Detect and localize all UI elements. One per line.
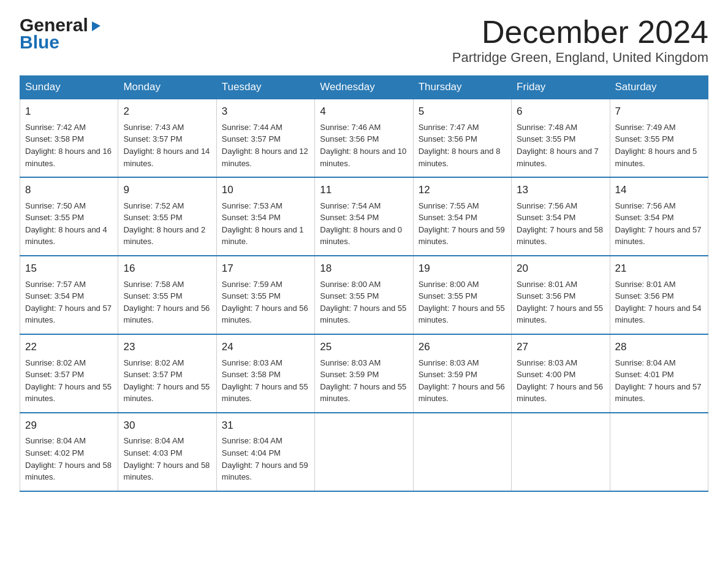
page-title: December 2024 bbox=[452, 15, 708, 50]
day-info: Sunrise: 8:04 AMSunset: 4:04 PMDaylight:… bbox=[222, 436, 308, 481]
day-info: Sunrise: 8:00 AMSunset: 3:55 PMDaylight:… bbox=[419, 280, 505, 325]
day-info: Sunrise: 7:48 AMSunset: 3:55 PMDaylight:… bbox=[517, 123, 599, 168]
title-area: December 2024 Partridge Green, England, … bbox=[452, 15, 708, 66]
calendar-header-row: SundayMondayTuesdayWednesdayThursdayFrid… bbox=[20, 76, 708, 99]
day-number: 8 bbox=[25, 183, 113, 198]
calendar-cell: 8 Sunrise: 7:50 AMSunset: 3:55 PMDayligh… bbox=[20, 177, 118, 256]
calendar-cell: 26 Sunrise: 8:03 AMSunset: 3:59 PMDaylig… bbox=[413, 334, 511, 413]
calendar-cell: 23 Sunrise: 8:02 AMSunset: 3:57 PMDaylig… bbox=[118, 334, 216, 413]
calendar-cell bbox=[512, 413, 610, 491]
day-info: Sunrise: 7:44 AMSunset: 3:57 PMDaylight:… bbox=[222, 123, 308, 168]
week-row-2: 8 Sunrise: 7:50 AMSunset: 3:55 PMDayligh… bbox=[20, 177, 708, 256]
calendar-cell: 6 Sunrise: 7:48 AMSunset: 3:55 PMDayligh… bbox=[512, 99, 610, 177]
calendar-cell: 19 Sunrise: 8:00 AMSunset: 3:55 PMDaylig… bbox=[413, 256, 511, 334]
day-info: Sunrise: 8:00 AMSunset: 3:55 PMDaylight:… bbox=[320, 280, 406, 325]
day-info: Sunrise: 7:53 AMSunset: 3:54 PMDaylight:… bbox=[222, 201, 304, 247]
day-info: Sunrise: 7:43 AMSunset: 3:57 PMDaylight:… bbox=[123, 123, 210, 168]
calendar-header-tuesday: Tuesday bbox=[216, 76, 314, 99]
day-number: 7 bbox=[615, 104, 703, 120]
header: General Blue December 2024 Partridge Gre… bbox=[20, 15, 708, 66]
day-info: Sunrise: 8:03 AMSunset: 3:58 PMDaylight:… bbox=[222, 358, 308, 404]
day-number: 12 bbox=[419, 183, 506, 198]
day-info: Sunrise: 7:47 AMSunset: 3:56 PMDaylight:… bbox=[419, 123, 501, 168]
day-info: Sunrise: 8:03 AMSunset: 3:59 PMDaylight:… bbox=[320, 358, 406, 404]
calendar-cell: 4 Sunrise: 7:46 AMSunset: 3:56 PMDayligh… bbox=[315, 99, 413, 177]
day-number: 23 bbox=[123, 340, 211, 355]
week-row-3: 15 Sunrise: 7:57 AMSunset: 3:54 PMDaylig… bbox=[20, 256, 708, 334]
svg-marker-0 bbox=[92, 21, 100, 31]
week-row-1: 1 Sunrise: 7:42 AMSunset: 3:58 PMDayligh… bbox=[20, 99, 708, 177]
day-info: Sunrise: 7:56 AMSunset: 3:54 PMDaylight:… bbox=[517, 201, 603, 247]
day-number: 1 bbox=[25, 104, 113, 120]
calendar-cell: 3 Sunrise: 7:44 AMSunset: 3:57 PMDayligh… bbox=[216, 99, 314, 177]
day-info: Sunrise: 8:04 AMSunset: 4:03 PMDaylight:… bbox=[123, 436, 210, 481]
calendar-cell: 14 Sunrise: 7:56 AMSunset: 3:54 PMDaylig… bbox=[610, 177, 708, 256]
calendar-cell: 9 Sunrise: 7:52 AMSunset: 3:55 PMDayligh… bbox=[118, 177, 216, 256]
calendar-cell: 11 Sunrise: 7:54 AMSunset: 3:54 PMDaylig… bbox=[315, 177, 413, 256]
calendar-cell: 30 Sunrise: 8:04 AMSunset: 4:03 PMDaylig… bbox=[118, 413, 216, 491]
day-number: 25 bbox=[320, 340, 408, 355]
week-row-4: 22 Sunrise: 8:02 AMSunset: 3:57 PMDaylig… bbox=[20, 334, 708, 413]
calendar-cell: 18 Sunrise: 8:00 AMSunset: 3:55 PMDaylig… bbox=[315, 256, 413, 334]
day-info: Sunrise: 8:01 AMSunset: 3:56 PMDaylight:… bbox=[615, 280, 702, 325]
day-info: Sunrise: 8:03 AMSunset: 3:59 PMDaylight:… bbox=[419, 358, 505, 404]
calendar-cell: 29 Sunrise: 8:04 AMSunset: 4:02 PMDaylig… bbox=[20, 413, 118, 491]
calendar-header-thursday: Thursday bbox=[413, 76, 511, 99]
calendar-header-monday: Monday bbox=[118, 76, 216, 99]
day-number: 13 bbox=[517, 183, 604, 198]
page: General Blue December 2024 Partridge Gre… bbox=[0, 0, 728, 507]
day-info: Sunrise: 8:02 AMSunset: 3:57 PMDaylight:… bbox=[123, 358, 210, 404]
day-number: 28 bbox=[615, 340, 703, 355]
day-number: 18 bbox=[320, 261, 408, 277]
week-row-5: 29 Sunrise: 8:04 AMSunset: 4:02 PMDaylig… bbox=[20, 413, 708, 491]
calendar-cell: 21 Sunrise: 8:01 AMSunset: 3:56 PMDaylig… bbox=[610, 256, 708, 334]
day-info: Sunrise: 8:01 AMSunset: 3:56 PMDaylight:… bbox=[517, 280, 603, 325]
day-info: Sunrise: 7:42 AMSunset: 3:58 PMDaylight:… bbox=[25, 123, 112, 168]
day-number: 9 bbox=[123, 183, 211, 198]
day-number: 15 bbox=[25, 261, 113, 277]
day-info: Sunrise: 7:59 AMSunset: 3:55 PMDaylight:… bbox=[222, 280, 308, 325]
day-info: Sunrise: 8:02 AMSunset: 3:57 PMDaylight:… bbox=[25, 358, 112, 404]
day-number: 21 bbox=[615, 261, 703, 277]
day-info: Sunrise: 7:57 AMSunset: 3:54 PMDaylight:… bbox=[25, 280, 112, 325]
calendar-cell: 12 Sunrise: 7:55 AMSunset: 3:54 PMDaylig… bbox=[413, 177, 511, 256]
day-info: Sunrise: 8:04 AMSunset: 4:02 PMDaylight:… bbox=[25, 436, 112, 481]
calendar-cell: 2 Sunrise: 7:43 AMSunset: 3:57 PMDayligh… bbox=[118, 99, 216, 177]
calendar-cell bbox=[315, 413, 413, 491]
day-number: 11 bbox=[320, 183, 408, 198]
page-subtitle: Partridge Green, England, United Kingdom bbox=[452, 50, 708, 66]
day-info: Sunrise: 7:54 AMSunset: 3:54 PMDaylight:… bbox=[320, 201, 402, 247]
day-number: 22 bbox=[25, 340, 113, 355]
calendar-cell: 24 Sunrise: 8:03 AMSunset: 3:58 PMDaylig… bbox=[216, 334, 314, 413]
logo-blue: Blue bbox=[20, 33, 59, 52]
calendar-cell: 22 Sunrise: 8:02 AMSunset: 3:57 PMDaylig… bbox=[20, 334, 118, 413]
logo-triangle-icon bbox=[89, 19, 103, 33]
calendar-cell: 13 Sunrise: 7:56 AMSunset: 3:54 PMDaylig… bbox=[512, 177, 610, 256]
day-number: 29 bbox=[25, 418, 113, 434]
calendar-header-friday: Friday bbox=[512, 76, 610, 99]
day-number: 16 bbox=[123, 261, 211, 277]
calendar-cell: 17 Sunrise: 7:59 AMSunset: 3:55 PMDaylig… bbox=[216, 256, 314, 334]
calendar-cell: 31 Sunrise: 8:04 AMSunset: 4:04 PMDaylig… bbox=[216, 413, 314, 491]
day-info: Sunrise: 7:46 AMSunset: 3:56 PMDaylight:… bbox=[320, 123, 406, 168]
day-number: 31 bbox=[222, 418, 309, 434]
calendar-cell: 15 Sunrise: 7:57 AMSunset: 3:54 PMDaylig… bbox=[20, 256, 118, 334]
day-info: Sunrise: 8:04 AMSunset: 4:01 PMDaylight:… bbox=[615, 358, 702, 404]
calendar-header-wednesday: Wednesday bbox=[315, 76, 413, 99]
calendar-cell: 5 Sunrise: 7:47 AMSunset: 3:56 PMDayligh… bbox=[413, 99, 511, 177]
day-info: Sunrise: 7:50 AMSunset: 3:55 PMDaylight:… bbox=[25, 201, 107, 247]
day-number: 6 bbox=[517, 104, 604, 120]
calendar-cell bbox=[413, 413, 511, 491]
calendar-cell bbox=[610, 413, 708, 491]
day-info: Sunrise: 7:55 AMSunset: 3:54 PMDaylight:… bbox=[419, 201, 505, 247]
calendar-cell: 7 Sunrise: 7:49 AMSunset: 3:55 PMDayligh… bbox=[610, 99, 708, 177]
day-info: Sunrise: 7:52 AMSunset: 3:55 PMDaylight:… bbox=[123, 201, 205, 247]
day-number: 26 bbox=[419, 340, 506, 355]
day-number: 24 bbox=[222, 340, 309, 355]
day-info: Sunrise: 7:49 AMSunset: 3:55 PMDaylight:… bbox=[615, 123, 697, 168]
calendar-cell: 25 Sunrise: 8:03 AMSunset: 3:59 PMDaylig… bbox=[315, 334, 413, 413]
day-number: 14 bbox=[615, 183, 703, 198]
day-info: Sunrise: 8:03 AMSunset: 4:00 PMDaylight:… bbox=[517, 358, 603, 404]
day-number: 27 bbox=[517, 340, 604, 355]
day-number: 3 bbox=[222, 104, 309, 120]
